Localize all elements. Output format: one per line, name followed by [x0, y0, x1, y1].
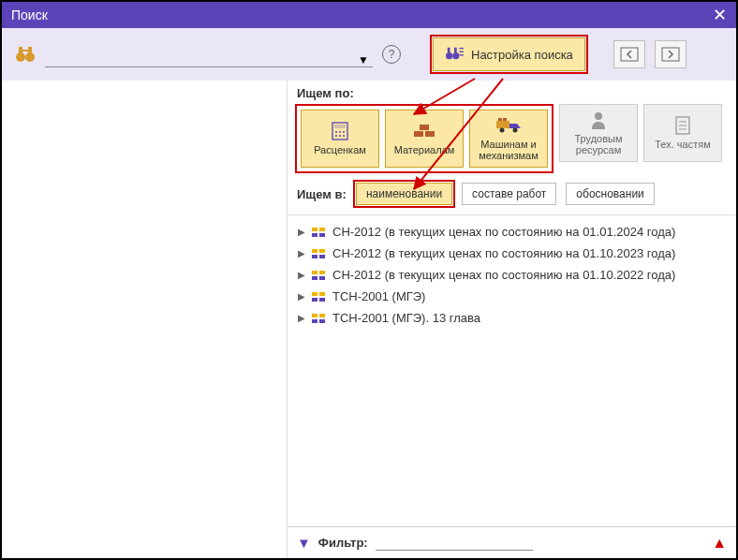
- svg-rect-25: [496, 121, 509, 128]
- tree-item[interactable]: ▶ ТСН-2001 (МГЭ): [297, 286, 727, 307]
- filter-label: Фильтр:: [318, 536, 368, 550]
- db-icon: [312, 290, 327, 303]
- titlebar: Поиск ✕: [2, 2, 736, 28]
- document-icon: [670, 116, 696, 135]
- tree-label: СН-2012 (в текущих ценах по состоянию на…: [332, 246, 675, 260]
- card-label: Трудовым ресурсам: [560, 133, 637, 155]
- svg-rect-22: [414, 131, 423, 137]
- svg-point-19: [335, 135, 337, 137]
- binoculars-icon: [15, 45, 36, 64]
- chevron-right-icon[interactable]: ▶: [297, 313, 306, 323]
- help-icon[interactable]: ?: [382, 45, 401, 64]
- settings-right-pane: Ищем по: Расценкам Материалам: [288, 81, 736, 558]
- tree-label: ТСН-2001 (МГЭ): [332, 289, 425, 303]
- chevron-right-icon[interactable]: ▶: [297, 291, 306, 302]
- svg-rect-40: [312, 249, 317, 253]
- pill-justification[interactable]: обосновании: [566, 183, 654, 205]
- svg-rect-23: [425, 131, 435, 137]
- person-icon: [585, 111, 612, 129]
- svg-rect-55: [319, 319, 325, 323]
- svg-point-18: [343, 131, 345, 133]
- svg-rect-38: [312, 233, 317, 237]
- tree-item[interactable]: ▶ СН-2012 (в текущих ценах по состоянию …: [297, 264, 727, 286]
- svg-point-1: [25, 52, 35, 62]
- svg-rect-53: [319, 314, 325, 317]
- calculator-icon: [327, 122, 353, 140]
- db-icon: [312, 269, 327, 282]
- svg-rect-8: [454, 47, 457, 52]
- svg-rect-48: [312, 292, 317, 296]
- svg-rect-52: [312, 314, 317, 317]
- svg-rect-3: [28, 47, 32, 53]
- svg-rect-50: [312, 298, 317, 302]
- bricks-icon: [411, 122, 437, 140]
- truck-icon: [495, 116, 522, 135]
- svg-point-0: [16, 52, 25, 62]
- tree-item[interactable]: ▶ ТСН-2001 (МГЭ). 13 глава: [297, 307, 727, 329]
- search-input[interactable]: [45, 52, 354, 66]
- card-materials[interactable]: Материалам: [385, 110, 464, 168]
- search-settings-button[interactable]: Настройка поиска: [433, 37, 585, 71]
- results-left-pane: [2, 81, 288, 558]
- svg-rect-2: [19, 47, 22, 53]
- svg-rect-4: [22, 50, 28, 52]
- svg-rect-39: [319, 233, 325, 237]
- panel-left-button[interactable]: [613, 40, 645, 68]
- warning-icon[interactable]: ▲: [712, 535, 727, 552]
- card-rates[interactable]: Расценкам: [301, 110, 379, 168]
- card-machines[interactable]: Машинам и механизмам: [469, 110, 548, 168]
- pill-work-content[interactable]: составе работ: [462, 183, 556, 205]
- svg-rect-45: [319, 271, 325, 274]
- binoculars-settings-icon: [445, 45, 464, 65]
- tree-label: ТСН-2001 (МГЭ). 13 глава: [332, 311, 480, 325]
- svg-point-21: [343, 135, 345, 137]
- tree-label: СН-2012 (в текущих ценах по состоянию на…: [332, 225, 675, 239]
- chevron-right-icon[interactable]: ▶: [297, 227, 306, 237]
- svg-point-17: [339, 131, 341, 133]
- panel-right-button[interactable]: [655, 40, 686, 68]
- svg-rect-46: [312, 276, 317, 280]
- svg-rect-29: [498, 118, 502, 121]
- dropdown-caret-icon[interactable]: ▼: [354, 53, 373, 66]
- svg-rect-24: [420, 125, 429, 130]
- filter-bar: ▼ Фильтр: ▲: [288, 526, 736, 558]
- pill-name[interactable]: наименовании: [356, 183, 452, 205]
- svg-rect-37: [319, 228, 325, 231]
- svg-rect-12: [621, 48, 638, 61]
- svg-point-16: [335, 131, 337, 133]
- search-by-highlighted-group: Расценкам Материалам Машинам и механизма…: [295, 104, 554, 173]
- svg-rect-44: [312, 271, 317, 274]
- card-labor[interactable]: Трудовым ресурсам: [559, 104, 638, 162]
- chevron-right-icon[interactable]: ▶: [297, 270, 306, 280]
- svg-rect-51: [319, 298, 325, 302]
- db-icon: [312, 226, 327, 239]
- card-label: Тех. частям: [655, 139, 711, 150]
- tree-item[interactable]: ▶ СН-2012 (в текущих ценах по состоянию …: [297, 221, 727, 243]
- search-bar: ▼ ? Настройка поиска: [2, 28, 736, 81]
- search-in-label: Ищем в:: [297, 187, 347, 201]
- filter-funnel-icon[interactable]: ▼: [297, 535, 311, 551]
- db-icon: [312, 312, 327, 325]
- settings-button-label: Настройка поиска: [471, 48, 573, 62]
- svg-rect-42: [312, 255, 317, 258]
- svg-point-31: [595, 112, 602, 120]
- window-title: Поиск: [11, 7, 48, 22]
- close-icon[interactable]: ✕: [713, 7, 727, 23]
- tree-label: СН-2012 (в текущих ценах по состоянию на…: [332, 268, 675, 282]
- svg-rect-49: [319, 292, 325, 296]
- svg-rect-30: [503, 118, 507, 121]
- tree-item[interactable]: ▶ СН-2012 (в текущих ценах по состоянию …: [297, 243, 727, 264]
- svg-rect-7: [448, 47, 450, 52]
- svg-rect-54: [312, 319, 317, 323]
- svg-rect-47: [319, 276, 325, 280]
- filter-input[interactable]: [376, 536, 533, 551]
- svg-rect-26: [509, 124, 517, 128]
- card-label: Машинам и механизмам: [470, 139, 547, 161]
- chevron-right-icon[interactable]: ▶: [297, 248, 306, 258]
- card-tech[interactable]: Тех. частям: [643, 104, 722, 162]
- card-label: Материалам: [394, 144, 455, 155]
- svg-point-5: [446, 52, 452, 59]
- svg-point-20: [339, 135, 341, 137]
- svg-point-6: [452, 52, 459, 59]
- card-label: Расценкам: [314, 144, 366, 155]
